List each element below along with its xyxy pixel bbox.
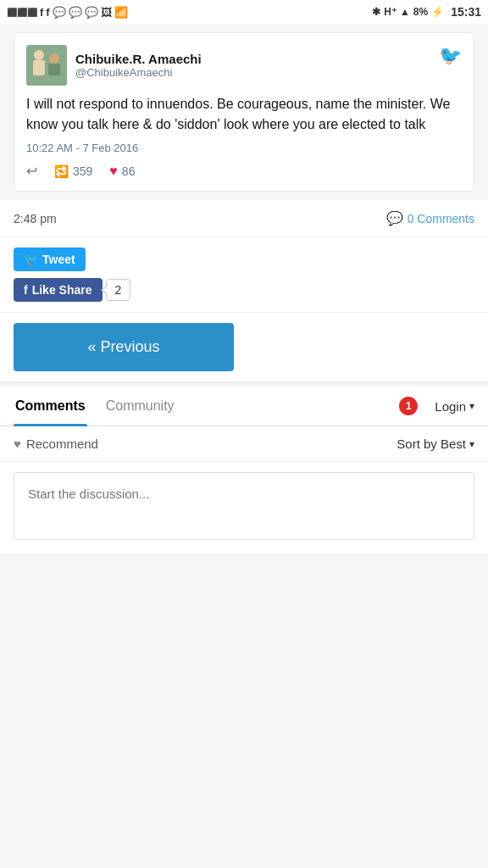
status-bar: ⬛⬛⬛ f f 💬 💬 💬 🖼 📶 ✱ H⁺ ▲ 8% ⚡ 15:31: [0, 0, 488, 24]
reply-icon: ↩: [26, 163, 37, 179]
fb-like-row: f Like Share 2: [14, 278, 474, 302]
tweet-card: Chibuike.R. Amaechi @ChibuikeAmaechi 🐦 I…: [14, 32, 474, 192]
speech-bubble-icon: 💬: [386, 210, 403, 226]
bluetooth-icon: ✱: [372, 6, 380, 18]
facebook-icon-2: f: [46, 6, 49, 19]
tweet-user: Chibuike.R. Amaechi @ChibuikeAmaechi: [26, 45, 202, 86]
battery-bolt-icon: ⚡: [431, 6, 444, 18]
twitter-bird-icon: 🐦: [439, 45, 462, 67]
heart-icon: ♥: [109, 164, 118, 179]
comments-count-display[interactable]: 💬 0 Comments: [386, 210, 474, 226]
tweet-button-label: Tweet: [42, 253, 75, 266]
tweet-text: I will not respond to innuendos. Be cour…: [26, 94, 462, 135]
twitter-icon: 🐦: [24, 253, 38, 266]
tab-comments-label: Comments: [15, 398, 86, 413]
comments-toolbar: ♥ Recommend Sort by Best ▾: [0, 426, 488, 462]
discussion-input-container: [0, 462, 488, 554]
discussion-input[interactable]: [14, 472, 474, 540]
svg-rect-2: [48, 64, 60, 75]
message-icon-3: 💬: [85, 6, 98, 19]
comments-section: Comments Community 1 Login ▾ ♥ Recommend…: [0, 387, 488, 554]
tab-community[interactable]: Community: [104, 387, 176, 426]
svg-rect-0: [26, 45, 67, 86]
post-meta: 2:48 pm 💬 0 Comments: [0, 200, 488, 237]
retweet-count: 359: [73, 164, 92, 178]
fb-like-button[interactable]: f Like Share: [14, 278, 103, 302]
login-button-label: Login: [435, 399, 466, 414]
user-info: Chibuike.R. Amaechi @ChibuikeAmaechi: [75, 52, 202, 79]
tab-comments[interactable]: Comments: [14, 387, 87, 426]
recommend-label: Recommend: [26, 437, 98, 451]
status-left: ⬛⬛⬛ f f 💬 💬 💬 🖼 📶: [7, 6, 128, 19]
svg-point-4: [49, 53, 59, 64]
user-name: Chibuike.R. Amaechi: [75, 52, 202, 66]
comments-count-text: 0 Comments: [408, 212, 474, 225]
login-button[interactable]: Login ▾: [435, 392, 474, 420]
tweet-actions: ↩ 🔁 359 ♥ 86: [26, 163, 462, 179]
svg-rect-1: [33, 60, 45, 75]
message-icon: 💬: [53, 6, 66, 19]
fb-count-badge: 2: [106, 279, 131, 301]
tweet-button[interactable]: 🐦 Tweet: [14, 248, 86, 271]
previous-button-container: « Previous: [0, 313, 488, 382]
avatar-svg: [26, 45, 67, 86]
recommend-button[interactable]: ♥ Recommend: [14, 437, 98, 451]
sort-chevron-icon: ▾: [469, 438, 474, 450]
signal-bars-icon: ▲: [400, 6, 410, 18]
previous-button[interactable]: « Previous: [14, 323, 234, 371]
post-time: 2:48 pm: [14, 212, 57, 225]
status-icons: ⬛⬛⬛ f f 💬 💬 💬 🖼 📶: [7, 6, 128, 19]
retweet-action[interactable]: 🔁 359: [54, 164, 92, 178]
facebook-logo-icon: f: [24, 283, 28, 297]
facebook-icon: f: [40, 6, 43, 19]
tweet-header: Chibuike.R. Amaechi @ChibuikeAmaechi 🐦: [26, 45, 462, 86]
like-action[interactable]: ♥ 86: [109, 164, 135, 179]
notification-dot-icon: ⬛⬛⬛: [7, 8, 37, 17]
sort-button[interactable]: Sort by Best ▾: [396, 437, 474, 451]
fb-count: 2: [115, 283, 122, 297]
heart-outline-icon: ♥: [14, 437, 21, 451]
tab-community-label: Community: [106, 398, 175, 413]
chevron-down-icon: ▾: [469, 400, 474, 412]
svg-point-3: [34, 50, 44, 60]
divider: [0, 382, 488, 383]
avatar: [26, 45, 67, 86]
comments-tabs: Comments Community 1 Login ▾: [0, 387, 488, 426]
like-count: 86: [122, 164, 136, 178]
status-right: ✱ H⁺ ▲ 8% ⚡ 15:31: [372, 5, 481, 19]
sort-label: Sort by Best: [396, 437, 466, 451]
battery-text: 8%: [413, 6, 428, 18]
retweet-icon: 🔁: [54, 164, 69, 178]
fb-like-label: Like Share: [32, 283, 92, 297]
image-icon: 🖼: [101, 6, 112, 19]
message-icon-2: 💬: [69, 6, 82, 19]
reply-action[interactable]: ↩: [26, 163, 37, 179]
user-handle: @ChibuikeAmaechi: [75, 66, 202, 79]
signal-icon: H⁺: [384, 6, 396, 18]
wifi-icon: 📶: [114, 6, 128, 19]
tweet-timestamp: 10:22 AM - 7 Feb 2016: [26, 142, 462, 154]
avatar-image: [26, 45, 67, 86]
time-display: 15:31: [451, 5, 481, 19]
notification-badge: 1: [399, 397, 418, 415]
social-buttons: 🐦 Tweet f Like Share 2: [0, 237, 488, 313]
